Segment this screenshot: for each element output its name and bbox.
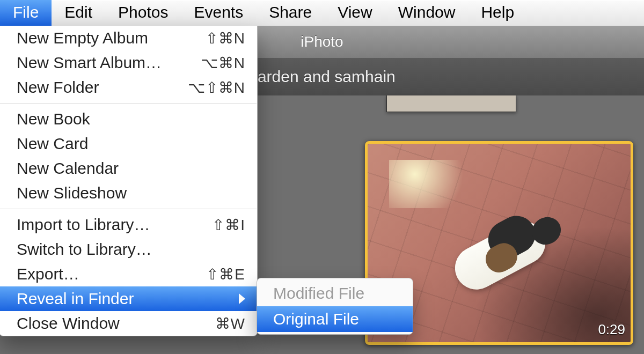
file-reveal-in-finder[interactable]: Reveal in Finder <box>0 286 257 311</box>
menu-edit[interactable]: Edit <box>52 0 105 26</box>
menu-item-shortcut: ⇧⌘E <box>206 266 245 283</box>
menu-events[interactable]: Events <box>181 0 256 26</box>
menu-item-shortcut: ⇧⌘I <box>212 216 245 234</box>
file-new-empty-album[interactable]: New Empty Album ⇧⌘N <box>0 26 257 50</box>
file-new-card[interactable]: New Card <box>0 131 257 156</box>
menu-help[interactable]: Help <box>468 0 527 26</box>
menu-item-label: Reveal in Finder <box>17 290 232 308</box>
thumbnail-highlight <box>389 160 475 208</box>
file-new-smart-album[interactable]: New Smart Album… ⌥⌘N <box>0 50 257 75</box>
menu-item-shortcut: ⇧⌘N <box>206 30 245 47</box>
menu-separator <box>0 103 257 104</box>
menu-window[interactable]: Window <box>385 0 469 26</box>
menu-item-label: New Empty Album <box>17 29 206 47</box>
file-menu-dropdown: New Empty Album ⇧⌘N New Smart Album… ⌥⌘N… <box>0 26 258 336</box>
menu-item-label: New Slideshow <box>17 184 245 202</box>
submenu-original-file[interactable]: Original File <box>257 306 413 332</box>
menu-item-label: New Card <box>17 135 245 153</box>
file-switch-to-library[interactable]: Switch to Library… <box>0 237 257 262</box>
menu-photos[interactable]: Photos <box>105 0 181 26</box>
menu-item-label: New Calendar <box>17 159 245 178</box>
menu-share[interactable]: Share <box>256 0 325 26</box>
menu-item-label: New Folder <box>17 78 188 97</box>
window-title: iPhoto <box>301 33 343 50</box>
menu-item-shortcut: ⌥⌘N <box>201 54 245 72</box>
submenu-modified-file: Modified File <box>257 281 413 306</box>
menubar: File Edit Photos Events Share View Windo… <box>0 0 644 26</box>
menu-item-shortcut: ⌥⇧⌘N <box>188 79 245 97</box>
menu-file[interactable]: File <box>0 0 52 26</box>
menu-item-label: Switch to Library… <box>17 240 245 259</box>
previous-thumbnail-edge[interactable] <box>386 95 516 112</box>
file-export[interactable]: Export… ⇧⌘E <box>0 262 257 286</box>
menu-item-label: Close Window <box>17 314 215 333</box>
submenu-item-label: Original File <box>273 310 359 328</box>
menu-separator <box>0 209 257 209</box>
file-new-book[interactable]: New Book <box>0 107 257 131</box>
event-title: garden and samhain <box>248 68 396 86</box>
menu-item-shortcut: ⌘W <box>215 315 245 333</box>
video-duration-badge: 0:29 <box>598 321 625 338</box>
menu-view[interactable]: View <box>325 0 385 26</box>
menu-item-label: Export… <box>17 265 206 283</box>
menu-item-label: New Smart Album… <box>17 54 201 72</box>
file-import-to-library[interactable]: Import to Library… ⇧⌘I <box>0 212 257 237</box>
reveal-in-finder-submenu: Modified File Original File <box>257 278 413 335</box>
file-close-window[interactable]: Close Window ⌘W <box>0 311 257 336</box>
menu-item-label: Import to Library… <box>17 216 212 234</box>
submenu-item-label: Modified File <box>273 284 364 303</box>
menu-item-label: New Book <box>17 110 245 128</box>
submenu-arrow-icon <box>239 293 245 304</box>
file-new-folder[interactable]: New Folder ⌥⇧⌘N <box>0 75 257 100</box>
file-new-calendar[interactable]: New Calendar <box>0 156 257 181</box>
file-new-slideshow[interactable]: New Slideshow <box>0 181 257 205</box>
